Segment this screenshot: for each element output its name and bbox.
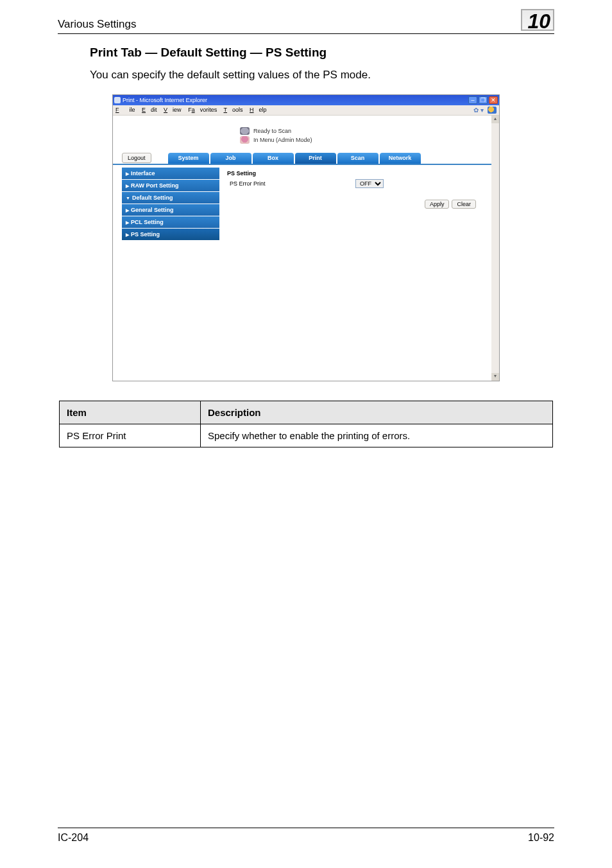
ie-icon bbox=[114, 97, 121, 103]
chapter-box: 10 bbox=[521, 9, 554, 31]
th-item: Item bbox=[60, 401, 201, 424]
clear-button[interactable]: Clear bbox=[452, 200, 476, 209]
sidebar-item-pcl[interactable]: PCL Setting bbox=[122, 216, 219, 229]
panel-title: PS Setting bbox=[227, 170, 481, 177]
menu-mode-icon bbox=[240, 136, 250, 144]
chapter-number: 10 bbox=[527, 10, 550, 33]
tab-system[interactable]: System bbox=[168, 153, 209, 164]
ps-error-print-select[interactable]: OFF bbox=[355, 179, 384, 188]
menu-view[interactable]: View bbox=[164, 107, 182, 113]
printer-icon bbox=[240, 127, 250, 135]
menu-tools[interactable]: Tools bbox=[224, 107, 243, 113]
windows-logo-icon bbox=[488, 107, 497, 114]
scrollbar[interactable] bbox=[491, 116, 499, 381]
logout-button[interactable]: Logout bbox=[122, 153, 151, 163]
sidebar-item-ps[interactable]: PS Setting bbox=[122, 229, 219, 241]
tab-print[interactable]: Print bbox=[295, 153, 336, 164]
close-button[interactable]: ✕ bbox=[489, 96, 498, 104]
menu-help[interactable]: Help bbox=[250, 107, 267, 113]
sidebar: Interface RAW Port Setting Default Setti… bbox=[122, 168, 219, 241]
breadcrumb: Various Settings bbox=[58, 18, 137, 31]
cell-item: PS Error Print bbox=[60, 424, 201, 447]
sidebar-item-raw-port[interactable]: RAW Port Setting bbox=[122, 180, 219, 192]
apply-button[interactable]: Apply bbox=[425, 200, 450, 209]
menubar: File Edit View Favorites Tools Help ✿ ▾ bbox=[113, 105, 499, 116]
sidebar-item-default-setting[interactable]: Default Setting bbox=[122, 192, 219, 204]
menu-file[interactable]: File bbox=[115, 107, 135, 113]
menu-edit[interactable]: Edit bbox=[142, 107, 157, 113]
section-heading: Print Tab — Default Setting — PS Setting bbox=[90, 46, 554, 60]
status-ready: Ready to Scan bbox=[253, 128, 291, 134]
cell-desc: Specify whether to enable the printing o… bbox=[201, 424, 553, 447]
links-icon[interactable]: ✿ ▾ bbox=[473, 107, 484, 114]
menu-favorites[interactable]: Favorites bbox=[188, 107, 217, 113]
tab-box[interactable]: Box bbox=[253, 153, 294, 164]
tab-job[interactable]: Job bbox=[210, 153, 251, 164]
tab-network[interactable]: Network bbox=[380, 153, 421, 164]
sidebar-item-interface[interactable]: Interface bbox=[122, 168, 219, 180]
embedded-screenshot: Print - Microsoft Internet Explorer – ❐ … bbox=[112, 94, 500, 381]
status-mode: In Menu (Admin Mode) bbox=[253, 137, 312, 143]
maximize-button[interactable]: ❐ bbox=[479, 96, 488, 104]
settings-table: Item Description PS Error Print Specify … bbox=[59, 401, 553, 447]
scroll-down[interactable] bbox=[491, 373, 499, 381]
tab-scan[interactable]: Scan bbox=[337, 153, 378, 164]
ps-error-print-label: PS Error Print bbox=[227, 180, 355, 187]
sidebar-item-general[interactable]: General Setting bbox=[122, 204, 219, 216]
minimize-button[interactable]: – bbox=[468, 96, 477, 104]
footer-right: 10-92 bbox=[528, 832, 554, 844]
titlebar: Print - Microsoft Internet Explorer – ❐ … bbox=[113, 95, 499, 105]
section-body: You can specify the default setting valu… bbox=[90, 67, 554, 83]
scroll-up[interactable] bbox=[491, 116, 499, 123]
table-row: PS Error Print Specify whether to enable… bbox=[60, 424, 553, 447]
footer-left: IC-204 bbox=[58, 832, 89, 844]
th-description: Description bbox=[201, 401, 553, 424]
window-title: Print - Microsoft Internet Explorer bbox=[123, 97, 207, 103]
